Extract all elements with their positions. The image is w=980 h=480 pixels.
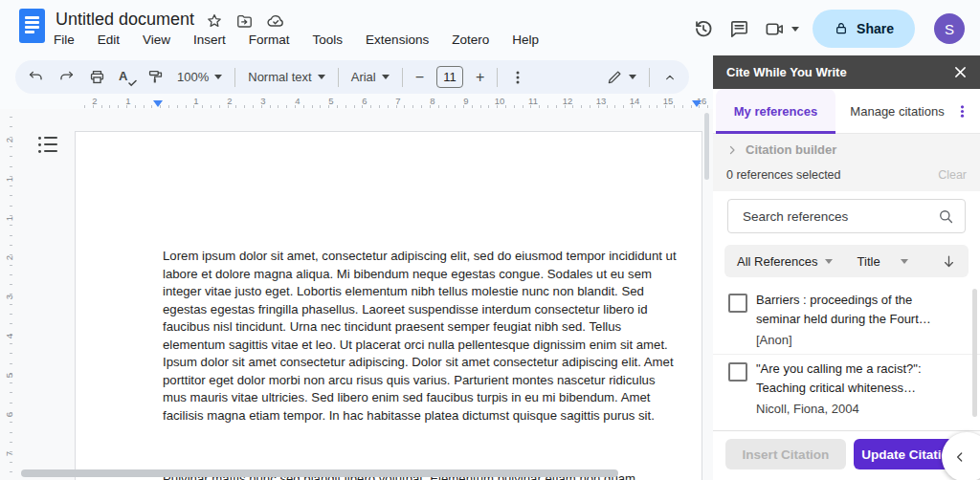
print-button[interactable] <box>88 68 106 86</box>
list-divider <box>713 354 980 355</box>
reference-checkbox[interactable] <box>728 362 747 382</box>
reference-item[interactable]: Barriers : proceedings of the seminar he… <box>713 291 980 360</box>
sort-field-dropdown[interactable]: Title <box>858 254 908 269</box>
sort-caret-icon <box>901 259 908 264</box>
spellcheck-button[interactable]: A <box>119 69 134 86</box>
menu-zotero[interactable]: Zotero <box>452 33 489 47</box>
share-button[interactable]: Share <box>813 10 915 48</box>
zoom-select[interactable]: 100% <box>177 70 222 84</box>
comments-icon[interactable] <box>728 18 750 40</box>
editing-mode-caret-icon <box>629 75 636 79</box>
share-button-label: Share <box>857 21 894 36</box>
references-list: Barriers : proceedings of the seminar he… <box>713 283 980 430</box>
search-references-input[interactable] <box>741 208 937 225</box>
citation-builder-label: Citation builder <box>746 142 836 157</box>
panel-title: Cite While You Write <box>726 65 847 79</box>
formatting-toolbar: A 100% Normal text Arial − 11 + <box>15 60 689 94</box>
clear-selection-button[interactable]: Clear <box>938 168 967 182</box>
menu-insert[interactable]: Insert <box>193 33 226 47</box>
join-call-button[interactable] <box>764 18 799 40</box>
sort-direction-button[interactable] <box>941 253 957 270</box>
menu-file[interactable]: File <box>54 33 75 47</box>
google-docs-logo-icon[interactable] <box>19 9 45 43</box>
move-folder-icon[interactable] <box>235 12 254 31</box>
panel-header: Cite While You Write <box>713 55 980 89</box>
version-history-icon[interactable] <box>692 17 715 40</box>
ruler-horizontal: 2112345678910111213141516 <box>15 96 713 109</box>
zoom-caret-icon <box>214 75 222 79</box>
font-size-input[interactable]: 11 <box>436 66 463 88</box>
toolbar-divider <box>497 68 498 87</box>
left-indent-marker[interactable] <box>153 100 163 107</box>
decrease-font-size-button[interactable]: − <box>415 69 424 86</box>
paragraph-style-select[interactable]: Normal text <box>248 70 324 84</box>
toolbar-divider <box>402 68 403 87</box>
document-canvas: Lorem ipsum dolor sit amet, consectetur … <box>13 109 713 480</box>
chevron-left-icon <box>952 449 968 465</box>
google-docs-window: Untitled document File Edit View Insert … <box>0 0 980 480</box>
star-icon[interactable] <box>206 12 223 30</box>
redo-button[interactable] <box>57 68 76 86</box>
tab-my-references[interactable]: My references <box>716 89 835 133</box>
toolbar-divider <box>234 68 235 87</box>
library-filter-dropdown[interactable]: All References <box>737 254 833 269</box>
citation-builder-section: Citation builder 0 references selected C… <box>713 134 980 191</box>
menu-extensions[interactable]: Extensions <box>366 33 429 47</box>
reference-item[interactable]: "Are you calling me a racist?": Teaching… <box>713 360 980 428</box>
reference-checkbox[interactable] <box>728 294 747 313</box>
zotero-cite-panel: Cite While You Write My references Manag… <box>713 55 980 480</box>
paint-format-button[interactable] <box>146 68 165 86</box>
filter-sort-bar: All References Title <box>724 245 969 277</box>
reference-author: Nicoll, Fiona, 2004 <box>756 402 859 416</box>
reference-title: Barriers : proceedings of the seminar he… <box>756 291 962 328</box>
style-caret-icon <box>318 75 325 79</box>
cloud-status-icon[interactable] <box>266 11 285 31</box>
menu-tools[interactable]: Tools <box>313 33 344 47</box>
reference-author: [Anon] <box>756 333 792 347</box>
font-family-select[interactable]: Arial <box>351 70 390 84</box>
toolbar-divider <box>338 68 339 87</box>
menu-edit[interactable]: Edit <box>98 33 120 47</box>
menu-format[interactable]: Format <box>249 33 290 47</box>
search-icon[interactable] <box>937 207 955 226</box>
chevron-right-icon <box>726 144 738 156</box>
panel-footer: Insert Citation Update Citations <box>713 430 980 480</box>
account-avatar[interactable]: S <box>934 13 965 44</box>
collapse-panel-button[interactable] <box>942 432 980 480</box>
right-indent-marker[interactable] <box>692 100 702 107</box>
increase-font-size-button[interactable]: + <box>476 69 484 86</box>
show-document-outline-icon[interactable] <box>36 136 59 157</box>
search-references-field[interactable] <box>727 199 966 233</box>
more-toolbar-options-button[interactable] <box>510 70 525 85</box>
join-call-caret-icon[interactable] <box>791 27 799 32</box>
document-title[interactable]: Untitled document <box>56 10 194 30</box>
filter-caret-icon <box>825 259 833 264</box>
menu-help[interactable]: Help <box>512 33 539 47</box>
references-selected-count: 0 references selected <box>726 168 841 182</box>
top-bar: Untitled document File Edit View Insert … <box>0 0 980 57</box>
menu-view[interactable]: View <box>143 33 170 47</box>
paragraph[interactable]: Lorem ipsum dolor sit amet, consectetur … <box>163 248 704 425</box>
toolbar-divider <box>649 68 650 87</box>
document-horizontal-scrollbar[interactable] <box>21 469 618 477</box>
editing-mode-button[interactable] <box>606 69 636 86</box>
document-vertical-scrollbar[interactable] <box>704 113 709 180</box>
references-scrollbar[interactable] <box>972 289 977 417</box>
citation-builder-toggle[interactable]: Citation builder <box>726 142 836 157</box>
panel-tabs: My references Manage citations <box>713 89 980 134</box>
reference-title: "Are you calling me a racist?": Teaching… <box>756 360 962 397</box>
menu-bar: File Edit View Insert Format Tools Exten… <box>54 33 539 47</box>
document-text[interactable]: Lorem ipsum dolor sit amet, consectetur … <box>163 212 704 480</box>
close-panel-icon[interactable] <box>954 66 967 78</box>
hide-menus-button[interactable] <box>662 70 678 85</box>
font-caret-icon <box>382 75 390 79</box>
panel-menu-icon[interactable] <box>953 102 970 120</box>
ruler-vertical: 211234567 <box>0 109 13 480</box>
undo-button[interactable] <box>27 68 45 86</box>
insert-citation-button[interactable]: Insert Citation <box>725 439 846 469</box>
tab-manage-citations[interactable]: Manage citations <box>842 89 952 133</box>
